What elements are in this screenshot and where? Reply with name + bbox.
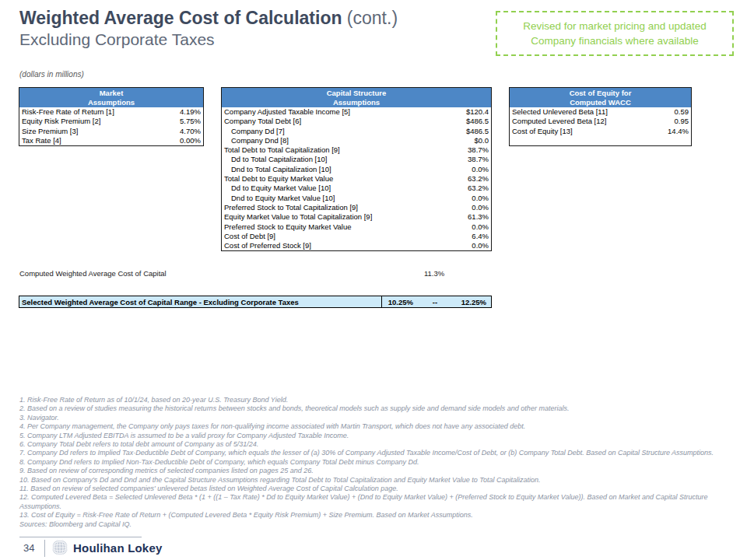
page-title-cont: (cont.): [342, 8, 398, 28]
footnote: 10. Based on Company's Dd and Dnd and th…: [19, 476, 739, 485]
table-row: Equity Market Value to Total Capitalizat…: [222, 212, 491, 222]
row-label: Dd to Total Capitalization [10]: [224, 155, 327, 164]
row-label: Cost of Preferred Stock [9]: [224, 241, 311, 250]
logo-text: Houlihan Lokey: [73, 541, 162, 555]
footnote: 4. Per Company management, the Company o…: [19, 422, 739, 431]
row-value: $120.4: [466, 107, 489, 117]
selected-wacc-range-row: Selected Weighted Average Cost of Capita…: [19, 296, 492, 308]
row-value: 63.2%: [468, 184, 489, 193]
table-row: Dnd to Total Capitalization [10]0.0%: [222, 165, 491, 174]
footnote: 6. Company Total Debt refers to total de…: [19, 440, 739, 449]
table-row: Preferred Stock to Equity Market Value0.…: [222, 222, 491, 232]
row-label: Selected Unlevered Beta [11]: [512, 107, 608, 117]
row-label: Company Dd [7]: [224, 127, 285, 136]
selected-wacc-separator: --: [413, 298, 457, 306]
footer-vertical-divider: [44, 540, 45, 557]
cost-of-equity-body: Selected Unlevered Beta [11]0.59 Compute…: [510, 107, 691, 145]
row-label: Company Dnd [8]: [224, 136, 289, 145]
row-value: 0.0%: [472, 241, 489, 250]
row-label: Total Debt to Total Capitalization [9]: [224, 145, 340, 155]
row-value: 0.0%: [472, 203, 489, 212]
row-value: 63.2%: [468, 174, 489, 184]
row-label: Company Total Debt [6]: [224, 117, 301, 126]
row-value: 38.7%: [468, 145, 489, 155]
footnote: 8. Company Dnd refers to Implied Non-Tax…: [19, 458, 739, 467]
table-header-line: Capital Structure: [222, 89, 491, 98]
row-value: 14.4%: [668, 127, 689, 136]
row-value: $486.5: [466, 127, 489, 136]
footnote: 7. Company Dd refers to Implied Tax-Dedu…: [19, 449, 739, 457]
units-note: (dollars in millions): [19, 70, 84, 79]
table-row: Equity Risk Premium [2]5.75%: [19, 117, 203, 126]
houlihan-lokey-logo: Houlihan Lokey: [51, 539, 162, 556]
footnotes: 1. Risk-Free Rate of Return as of 10/1/2…: [19, 396, 739, 529]
market-assumptions-body: Risk-Free Rate of Return [1]4.19% Equity…: [19, 107, 203, 145]
table-row: Size Premium [3]4.70%: [19, 127, 203, 136]
row-value: $0.0: [475, 136, 489, 145]
row-value: 4.19%: [180, 107, 201, 117]
footnote: 3. Navigator.: [19, 414, 739, 422]
row-label: Computed Levered Beta [12]: [512, 117, 606, 126]
footnote: 12. Computed Levered Beta = Selected Unl…: [19, 493, 739, 511]
row-label: Cost of Equity [13]: [512, 127, 573, 136]
table-row: Dnd to Equity Market Value [10]0.0%: [222, 194, 491, 203]
row-value: 0.0%: [472, 222, 489, 232]
table-header-line: Cost of Equity for: [510, 89, 691, 98]
footnote: 11. Based on review of selected companie…: [19, 485, 739, 493]
row-value: 0.0%: [472, 165, 489, 174]
table-row: Tax Rate [4]0.00%: [19, 136, 203, 145]
table-empty-row: [510, 136, 691, 145]
row-label: Tax Rate [4]: [22, 136, 61, 145]
page-number: 34: [23, 542, 34, 554]
table-header-line: Assumptions: [222, 98, 491, 107]
capital-structure-header: Capital Structure Assumptions: [222, 88, 491, 107]
table-row: Company Adjusted Taxable Income [5]$120.…: [222, 107, 491, 117]
row-value: 0.00%: [180, 136, 201, 145]
row-label: Company Adjusted Taxable Income [5]: [224, 107, 350, 117]
selected-wacc-high: 12.25%: [457, 298, 491, 306]
footnote: 1. Risk-Free Rate of Return as of 10/1/2…: [19, 396, 739, 404]
cost-of-equity-header: Cost of Equity for Computed WACC: [510, 88, 691, 107]
capital-structure-body: Company Adjusted Taxable Income [5]$120.…: [222, 107, 491, 250]
table-row: Computed Levered Beta [12]0.95: [510, 117, 691, 126]
table-row: Company Dnd [8]$0.0: [222, 136, 491, 145]
footer-divider: [19, 537, 142, 537]
row-label: Dd to Equity Market Value [10]: [224, 184, 331, 193]
row-label: Preferred Stock to Equity Market Value: [224, 222, 352, 232]
table-row: Total Debt to Equity Market Value63.2%: [222, 174, 491, 184]
row-label: Risk-Free Rate of Return [1]: [22, 107, 114, 117]
computed-wacc-line: Computed Weighted Average Cost of Capita…: [19, 269, 494, 278]
table-row: Risk-Free Rate of Return [1]4.19%: [19, 107, 203, 117]
selected-wacc-range-values: 10.25% -- 12.25%: [381, 296, 491, 307]
footnote: 2. Based on a review of studies measurin…: [19, 404, 739, 413]
revision-note-line2: Company financials where available: [500, 33, 729, 48]
slide: Weighted Average Cost of Calculation (co…: [0, 0, 747, 560]
globe-icon: [51, 539, 68, 556]
row-label: Equity Market Value to Total Capitalizat…: [224, 212, 372, 222]
row-label: Size Premium [3]: [22, 127, 78, 136]
row-label: Dnd to Total Capitalization [10]: [224, 165, 331, 174]
row-value: 4.70%: [180, 127, 201, 136]
table-header-line: Market: [19, 89, 203, 98]
row-label: Total Debt to Equity Market Value: [224, 174, 333, 184]
table-row: Selected Unlevered Beta [11]0.59: [510, 107, 691, 117]
selected-wacc-low: 10.25%: [382, 298, 413, 306]
computed-wacc-label: Computed Weighted Average Cost of Capita…: [19, 269, 167, 278]
revision-note-box: Revised for market pricing and updated C…: [496, 11, 734, 56]
table-row: Total Debt to Total Capitalization [9]38…: [222, 145, 491, 155]
table-row: Cost of Preferred Stock [9]0.0%: [222, 241, 491, 250]
row-label: Equity Risk Premium [2]: [22, 117, 100, 126]
table-row: Preferred Stock to Total Capitalization …: [222, 203, 491, 212]
table-header-line: Assumptions: [19, 98, 203, 107]
table-header-line: Computed WACC: [510, 98, 691, 107]
table-row: Company Dd [7]$486.5: [222, 127, 491, 136]
page-subtitle: Excluding Corporate Taxes: [19, 30, 398, 49]
capital-structure-assumptions-table: Capital Structure Assumptions Company Ad…: [221, 87, 492, 251]
row-value: $486.5: [466, 117, 489, 126]
revision-note-line1: Revised for market pricing and updated: [500, 19, 729, 33]
selected-wacc-range-label: Selected Weighted Average Cost of Capita…: [19, 298, 381, 306]
market-assumptions-header: Market Assumptions: [19, 88, 203, 107]
computed-wacc-value: 11.3%: [424, 269, 444, 278]
table-row: Cost of Debt [9]6.4%: [222, 232, 491, 241]
table-row: Dd to Total Capitalization [10]38.7%: [222, 155, 491, 164]
